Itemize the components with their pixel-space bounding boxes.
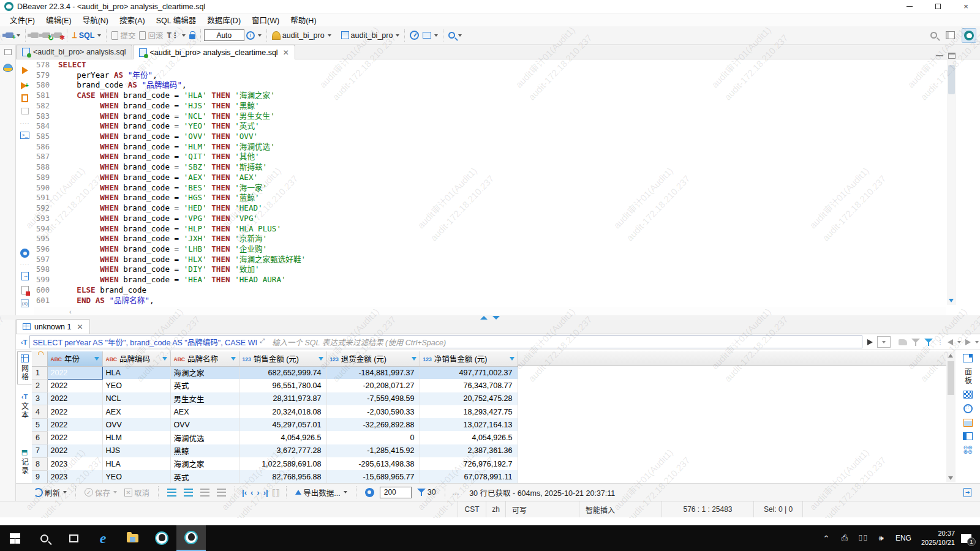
scroll-up-icon[interactable] bbox=[948, 354, 953, 358]
minimize-button[interactable] bbox=[895, 0, 924, 13]
taskbar-search-button[interactable] bbox=[29, 525, 59, 551]
grid-cell[interactable]: HLM bbox=[102, 431, 170, 444]
grid-cell[interactable]: 4,054,926.5 bbox=[239, 431, 326, 444]
menu-item-0[interactable]: 文件(F) bbox=[5, 13, 40, 27]
column-header-4[interactable]: 123退货金额 (元) bbox=[326, 351, 420, 366]
expand-filter-icon[interactable]: ⤢ bbox=[260, 337, 270, 347]
tab-analysis-sql[interactable]: <audit_bi_pro> analysis.sql bbox=[16, 45, 132, 59]
code-line[interactable]: 592 WHEN brand_code = 'HED' THEN 'HEAD' bbox=[34, 203, 946, 214]
fetch-all-button[interactable]: ⟦⟧ bbox=[272, 489, 280, 497]
grid-cell[interactable]: 1,022,589,691.08 bbox=[239, 457, 326, 470]
scroll-down-icon[interactable] bbox=[948, 476, 953, 480]
back-icon[interactable] bbox=[948, 339, 953, 345]
close-results-tab-icon[interactable]: ✕ bbox=[77, 323, 83, 331]
grid-cell[interactable]: -20,208,071.27 bbox=[326, 379, 420, 392]
cancel-button[interactable]: ✕取消 bbox=[123, 485, 151, 500]
grid-cell[interactable]: 英式 bbox=[170, 379, 239, 392]
last-page-button[interactable]: ›| bbox=[263, 489, 268, 497]
grid-cell[interactable]: 2022 bbox=[47, 431, 102, 444]
code-line[interactable]: 589 WHEN brand_code = 'AEX' THEN 'AEX' bbox=[34, 173, 946, 183]
taskbar-clock[interactable]: 20:37 2025/10/21 bbox=[918, 529, 959, 547]
code-line[interactable]: 597 WHEN brand_code = 'HLX' THEN '海澜之家甄选… bbox=[34, 255, 946, 265]
grid-cell[interactable]: HLA bbox=[102, 457, 170, 470]
grid-cell[interactable]: YEO bbox=[102, 379, 170, 392]
code-line[interactable]: 587 WHEN brand_code = 'QIT' THEN '其他' bbox=[34, 152, 946, 162]
rollback-button[interactable]: 回滚 bbox=[137, 28, 165, 42]
view-tab-text[interactable]: ‹T 文本 bbox=[17, 391, 32, 422]
code-line[interactable]: 578SELECT bbox=[34, 60, 946, 70]
filter-history-dropdown[interactable] bbox=[877, 336, 891, 348]
grid-cell[interactable]: 2023 bbox=[47, 470, 102, 483]
grid-cell[interactable]: 2022 bbox=[47, 418, 102, 431]
grid-cell[interactable]: 82,768,956.88 bbox=[239, 470, 326, 483]
commit-button[interactable]: 提交 bbox=[110, 28, 137, 42]
maximize-view-icon[interactable] bbox=[948, 53, 956, 59]
execute-statement-button[interactable] bbox=[20, 65, 30, 75]
metadata-icon[interactable] bbox=[963, 404, 973, 413]
calc-panel-icon[interactable] bbox=[963, 419, 973, 427]
database-navigator-icon[interactable] bbox=[3, 64, 13, 72]
menu-item-3[interactable]: 搜索(A) bbox=[115, 13, 150, 27]
code-line[interactable]: 593 WHEN brand_code = 'VPG' THEN 'VPG' bbox=[34, 214, 946, 224]
eraser-icon[interactable] bbox=[899, 339, 907, 345]
export-data-button[interactable]: 导出数据... bbox=[293, 485, 349, 500]
save-button[interactable]: ✓保存 bbox=[83, 485, 119, 500]
row-number[interactable]: 4 bbox=[32, 405, 47, 418]
column-header-5[interactable]: 123净销售金额 (元) bbox=[420, 351, 518, 366]
validate-script-button[interactable] bbox=[20, 285, 30, 295]
usb-tray-icon[interactable]: ⎙ bbox=[837, 533, 853, 543]
menu-item-2[interactable]: 导航(N) bbox=[78, 13, 113, 27]
tab-analysis-cleartime-sql[interactable]: <audit_bi_pro> analysis_cleartime.sql ✕ bbox=[133, 45, 295, 59]
action-center-icon[interactable]: 1 bbox=[961, 534, 971, 543]
results-tab-unknown1[interactable]: unknown 1 ✕ bbox=[16, 319, 90, 334]
column-header-1[interactable]: ABC品牌编码 bbox=[102, 351, 170, 366]
task-view-button[interactable] bbox=[59, 525, 88, 551]
row-number[interactable]: 9 bbox=[32, 470, 47, 483]
dashboard-button[interactable] bbox=[408, 29, 421, 41]
grid-cell[interactable]: 45,297,057.01 bbox=[239, 418, 326, 431]
scroll-down-icon[interactable] bbox=[949, 299, 954, 302]
code-line[interactable]: 599 WHEN brand_code = 'HEA' THEN 'HEAD A… bbox=[34, 275, 946, 285]
code-line[interactable]: 581 CASE WHEN brand_code = 'HLA' THEN '海… bbox=[34, 91, 946, 101]
grid-cell[interactable]: NCL bbox=[102, 392, 170, 405]
sql-editor[interactable]: 578SELECT579 perYear AS "年份",580 brand_c… bbox=[34, 60, 946, 306]
grid-cell[interactable]: -184,881,997.37 bbox=[326, 366, 420, 379]
code-line[interactable]: 596 WHEN brand_code = 'LHB' THEN '企业购' bbox=[34, 244, 946, 255]
view-tab-grid[interactable]: 网格 bbox=[17, 351, 32, 384]
dbeaver-taskbar-button-active[interactable] bbox=[176, 525, 206, 551]
grid-cell[interactable]: 0 bbox=[326, 431, 420, 444]
zoom-group-icon[interactable]: ⊖⊕⊗⊜ bbox=[963, 446, 972, 454]
grid-cell[interactable]: 海澜之家 bbox=[170, 457, 239, 470]
results-vertical-scrollbar[interactable] bbox=[946, 351, 956, 482]
grid-cell[interactable]: AEX bbox=[102, 405, 170, 418]
editor-vertical-scrollbar[interactable] bbox=[947, 60, 956, 305]
grid-cell[interactable]: OVV bbox=[102, 418, 170, 431]
language-indicator[interactable]: ENG bbox=[892, 534, 915, 542]
code-line[interactable]: 598 WHEN brand_code = 'DIY' THEN '致加' bbox=[34, 264, 946, 275]
grid-cell[interactable]: -2,030,590.33 bbox=[326, 405, 420, 418]
grid-cell[interactable]: YEO bbox=[102, 470, 170, 483]
filter-count-button[interactable]: 30 bbox=[415, 487, 438, 498]
next-page-button[interactable]: › bbox=[257, 489, 259, 497]
grid-cell[interactable]: -15,689,965.77 bbox=[326, 470, 420, 483]
result-grid[interactable]: ABC年份ABC品牌编码ABC品牌名称123销售金额 (元)123退货金额 (元… bbox=[32, 351, 518, 484]
grid-cell[interactable]: 726,976,192.7 bbox=[420, 457, 518, 470]
maximize-button[interactable] bbox=[924, 0, 952, 13]
refresh-button[interactable]: 刷新 bbox=[32, 485, 69, 500]
grid-cell[interactable]: 2022 bbox=[47, 392, 102, 405]
edit-cell-button[interactable] bbox=[165, 487, 178, 498]
column-filter-icon[interactable] bbox=[94, 357, 99, 361]
close-tab-icon[interactable]: ✕ bbox=[283, 48, 289, 57]
grid-cell[interactable]: 海澜之家 bbox=[170, 366, 239, 379]
grid-cell[interactable]: HJS bbox=[102, 444, 170, 457]
grid-settings-button[interactable] bbox=[363, 487, 376, 498]
menu-item-5[interactable]: 数据库(D) bbox=[202, 13, 246, 27]
copy-results-icon[interactable] bbox=[963, 488, 971, 497]
open-perspective-button[interactable] bbox=[944, 30, 957, 40]
commit-mode-combo[interactable]: Auto bbox=[204, 29, 244, 41]
grid-cell[interactable]: AEX bbox=[170, 405, 239, 418]
code-line[interactable]: 590 WHEN brand_code = 'BES' THEN '海一家' bbox=[34, 183, 946, 193]
grid-cell[interactable]: 20,752,475.28 bbox=[420, 392, 518, 405]
grid-cell[interactable]: 海澜优选 bbox=[170, 431, 239, 444]
network-tray-icon[interactable]: ⌷⌷ bbox=[855, 533, 871, 543]
